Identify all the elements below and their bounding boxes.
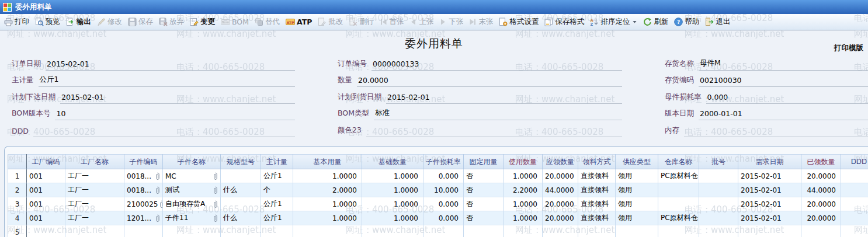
cell-child-code[interactable]: 0018... xyxy=(124,183,163,197)
cell-required-qty[interactable]: 20.0000 xyxy=(543,197,578,211)
field-item-name-value[interactable]: 母件M xyxy=(699,58,868,71)
toolbar-format-settings-button[interactable]: 格式设置 xyxy=(496,15,541,29)
column-header-factory-name[interactable]: 工厂名称 xyxy=(65,155,124,169)
row-number-cell[interactable]: 5 xyxy=(8,225,27,237)
column-header-main-unit[interactable]: 主计量 xyxy=(261,155,293,169)
field-memory-value[interactable] xyxy=(684,127,868,137)
field-plan-release-date-value[interactable]: 2015-02-01 xyxy=(60,93,295,104)
cell-usage-qty[interactable]: 1.0000 xyxy=(504,197,543,211)
cell-base-qty[interactable]: 1.0000 xyxy=(362,197,423,211)
cell-picked-qty[interactable]: 20.0000 xyxy=(801,197,841,211)
cell-child-loss-rate[interactable] xyxy=(423,225,464,237)
field-bom-version-value[interactable]: 10 xyxy=(55,109,295,120)
cell-factory-code[interactable]: 001 xyxy=(27,169,65,183)
cell-ddd[interactable] xyxy=(841,225,868,237)
cell-demand-date[interactable]: 2015-02-01 xyxy=(738,183,801,197)
toolbar-refresh-button[interactable]: 刷新 xyxy=(640,15,671,29)
cell-usage-qty[interactable]: 2.2000 xyxy=(504,183,543,197)
toolbar-save-format-button[interactable]: 保存格式 xyxy=(541,15,587,29)
attachment-icon[interactable] xyxy=(159,200,162,208)
field-main-unit-value[interactable]: 公斤1 xyxy=(39,75,296,87)
cell-required-qty[interactable]: 20.0000 xyxy=(543,211,578,225)
field-order-no-value[interactable]: 0000000133 xyxy=(371,60,622,71)
cell-demand-date[interactable]: 2015-02-01 xyxy=(738,169,801,183)
column-header-supply-type[interactable]: 供应类型 xyxy=(616,155,658,169)
cell-fixed-usage[interactable]: 否 xyxy=(464,169,504,183)
cell-base-qty[interactable] xyxy=(362,225,423,237)
toolbar-sort-locate-button[interactable]: AZ排序定位 xyxy=(587,15,640,29)
cell-usage-qty[interactable]: 1.0000 xyxy=(504,169,543,183)
cell-picked-qty[interactable]: 44.0000 xyxy=(801,183,841,197)
column-header-child-code[interactable]: 子件编码 xyxy=(124,155,163,169)
cell-main-unit[interactable]: 公斤1 xyxy=(261,211,293,225)
cell-base-qty[interactable]: 1.0000 xyxy=(362,183,423,197)
cell-base-usage[interactable]: 1.0000 xyxy=(293,169,362,183)
cell-fixed-usage[interactable]: 否 xyxy=(464,197,504,211)
toolbar-exit-button[interactable]: 退出 xyxy=(702,15,733,29)
cell-ddd[interactable] xyxy=(841,211,868,225)
cell-required-qty[interactable] xyxy=(543,225,578,237)
field-bom-type-value[interactable]: 标准 xyxy=(374,108,622,120)
toolbar-print-button[interactable]: 打印 xyxy=(1,15,32,29)
column-header-picked-qty[interactable]: 已领数量 xyxy=(801,155,841,169)
attachment-icon[interactable] xyxy=(213,186,218,194)
cell-warehouse-name[interactable]: PC原材料仓 xyxy=(658,169,699,183)
toolbar-help-button[interactable]: ?帮助 xyxy=(671,15,702,29)
cell-usage-qty[interactable] xyxy=(504,225,543,237)
cell-main-unit[interactable]: 公斤1 xyxy=(261,197,293,211)
column-header-usage-qty[interactable]: 使用数量 xyxy=(504,155,543,169)
cell-child-loss-rate[interactable]: 0.000 xyxy=(423,211,464,225)
cell-batch-no[interactable] xyxy=(699,169,738,183)
field-quantity-value[interactable]: 20.0000 xyxy=(357,76,622,87)
cell-required-qty[interactable]: 44.0000 xyxy=(543,183,578,197)
cell-batch-no[interactable] xyxy=(699,183,738,197)
cell-ddd[interactable] xyxy=(841,197,868,211)
cell-spec-model[interactable] xyxy=(221,225,261,237)
field-version-date-value[interactable]: 2000-01-01 xyxy=(699,109,868,120)
field-order-date-value[interactable]: 2015-02-01 xyxy=(46,60,295,71)
cell-child-name[interactable]: 子件11 xyxy=(163,211,221,225)
print-template-button[interactable]: 打印模版 xyxy=(834,43,863,53)
column-header-child-loss-rate[interactable]: 子件损耗率 xyxy=(423,155,464,169)
cell-supply-type[interactable]: 领用 xyxy=(616,211,658,225)
cell-batch-no[interactable] xyxy=(699,211,738,225)
field-parent-loss-rate-value[interactable]: 0.000 xyxy=(706,93,868,104)
cell-base-usage[interactable]: 1.0000 xyxy=(293,211,362,225)
column-header-base-usage[interactable]: 基本用量 xyxy=(293,155,362,169)
dropdown-caret-icon[interactable] xyxy=(632,19,637,25)
cell-child-code[interactable]: 2100025 xyxy=(124,197,163,211)
cell-fixed-usage[interactable] xyxy=(464,225,504,237)
cell-factory-name[interactable]: 工厂一 xyxy=(65,197,124,211)
column-header-child-name[interactable]: 子件名称 xyxy=(163,155,221,169)
toolbar-export-button[interactable]: 输出 xyxy=(63,15,94,29)
cell-ddd[interactable] xyxy=(841,183,868,197)
row-number-cell[interactable]: 1 xyxy=(8,169,27,183)
field-item-code-value[interactable]: 002100030 xyxy=(699,76,868,87)
cell-picking-method[interactable]: 直接领料 xyxy=(578,169,616,183)
cell-spec-model[interactable]: 什么 xyxy=(221,183,261,197)
attachment-icon[interactable] xyxy=(213,172,218,180)
attachment-icon[interactable] xyxy=(213,214,218,222)
cell-base-usage[interactable]: 1.0000 xyxy=(293,197,362,211)
column-header-demand-date[interactable]: 需求日期 xyxy=(738,155,801,169)
cell-usage-qty[interactable]: 1.0000 xyxy=(504,211,543,225)
cell-spec-model[interactable] xyxy=(221,197,261,211)
attachment-icon[interactable] xyxy=(155,172,160,180)
cell-warehouse-name[interactable]: PC原材料仓 xyxy=(658,211,699,225)
field-color23-value[interactable] xyxy=(366,127,622,137)
field-ddd-value[interactable] xyxy=(33,127,295,137)
cell-factory-code[interactable]: 001 xyxy=(27,183,65,197)
cell-factory-name[interactable]: 工厂一 xyxy=(65,169,124,183)
toolbar-preview-button[interactable]: 预览 xyxy=(32,15,63,29)
cell-demand-date[interactable]: 2015-02-01 xyxy=(738,197,801,211)
cell-factory-code[interactable]: 001 xyxy=(27,197,65,211)
cell-child-name[interactable]: MC xyxy=(163,169,221,183)
cell-supply-type[interactable]: 领用 xyxy=(616,197,658,211)
cell-child-loss-rate[interactable]: 10.000 xyxy=(423,183,464,197)
column-header-warehouse-name[interactable]: 仓库名称 xyxy=(658,155,699,169)
cell-fixed-usage[interactable]: 否 xyxy=(464,183,504,197)
cell-child-loss-rate[interactable]: 0.000 xyxy=(423,197,464,211)
cell-supply-type[interactable]: 领用 xyxy=(616,169,658,183)
cell-child-name[interactable] xyxy=(163,225,221,237)
column-header-fixed-usage[interactable]: 固定用量 xyxy=(464,155,504,169)
